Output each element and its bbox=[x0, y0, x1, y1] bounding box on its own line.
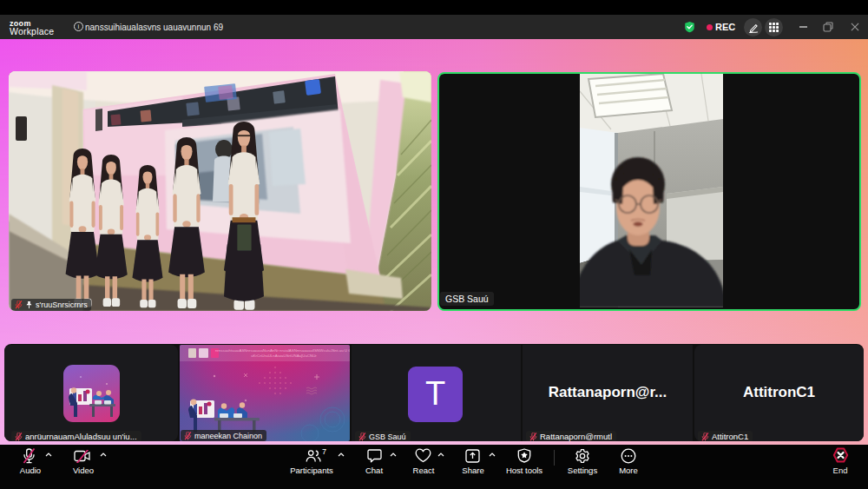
svg-text:nrnssuuhtauaiASNnrsuauuaNunAnN: nrnssuuhtauaiASNnrsuauuaNunAnNr nruialAS… bbox=[215, 348, 350, 353]
svg-text:uKrCnUraULnAiuiaUSrtUNAa[UuCNU: uKrCnUraULnAiuiaUSrtUNAa[UuCNUr bbox=[251, 354, 317, 358]
